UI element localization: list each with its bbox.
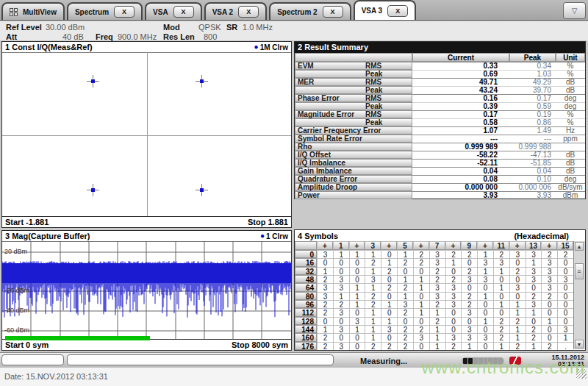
symbol-cell: 3	[461, 333, 477, 341]
symbol-cell: 3	[557, 325, 573, 333]
symbols-row: 1122301021103001100	[295, 308, 573, 316]
symbol-cell: 1	[557, 333, 573, 341]
symbols-row: 03111012322123322	[295, 250, 573, 258]
close-icon[interactable]: X	[173, 6, 194, 18]
symbol-cell: 1	[477, 250, 493, 258]
close-icon[interactable]: X	[238, 6, 259, 18]
symbol-cell: 2	[445, 275, 462, 283]
result-summary-window[interactable]: 2 Result Summary Current Peak Unit EVMRM…	[294, 41, 586, 199]
symbol-cell: 3	[477, 258, 493, 266]
symbol-cell: 1	[526, 342, 542, 350]
symbol-cell: 0	[397, 317, 413, 325]
tab-overflow-button[interactable]: ▽	[563, 2, 586, 19]
symbol-cell: 3	[526, 250, 542, 258]
symbol-cell: 0	[381, 275, 397, 283]
mag-capture-footer: Start 0 sym Stop 8000 sym	[2, 339, 291, 350]
result-row: Gain Imbalance0.040.04dB	[295, 167, 585, 175]
symbols-col-header: 1	[333, 241, 349, 250]
trace-legend-dot-icon: ●	[254, 43, 259, 51]
mag-capture-header[interactable]: 3 Mag(Capture Buffer) ● 1 Clrw	[2, 231, 291, 242]
ref-level-value: 30.00 dBm	[46, 23, 85, 32]
scrollbar-down-icon[interactable]: ▼	[575, 340, 584, 349]
const-iq-window[interactable]: 1 Const I/Q(Meas&Ref) ● 1M Clrw Start -1…	[1, 41, 292, 228]
symbol-cell: 1	[493, 300, 509, 308]
tab-spectrum-2[interactable]: Spectrum 2X	[269, 2, 351, 20]
symbol-cell: 0	[381, 292, 397, 300]
symbol-cell: 1	[349, 283, 365, 291]
symbols-col-header: 5	[397, 241, 413, 250]
close-icon[interactable]: X	[114, 6, 135, 18]
mod-value: QPSK	[198, 23, 221, 32]
symbol-cell: 2	[429, 267, 445, 275]
symbols-window[interactable]: 4 Symbols (Hexadecimal) +1+3+5+7+9+11+13…	[294, 229, 586, 351]
symbols-table: +1+3+5+7+9+11+13+15031110123221233221600…	[295, 241, 573, 350]
symbols-scrollbar[interactable]: ▲ ≡ ▼	[573, 241, 585, 349]
symbol-cell: 2	[429, 317, 445, 325]
symbol-cell: 1	[445, 258, 462, 266]
symbol-cell: 0	[333, 267, 349, 275]
result-row: Peak0.390.59deg	[295, 102, 585, 110]
symbol-cell: 2	[413, 250, 429, 258]
symbol-cell: 0	[349, 342, 365, 350]
symbol-cell: 0	[541, 300, 557, 308]
col-peak: Peak	[509, 53, 556, 62]
mag-capture-window[interactable]: 3 Mag(Capture Buffer) ● 1 Clrw 20 dBm -2…	[1, 230, 292, 351]
symbol-cell: 1	[381, 258, 397, 266]
mag-trace	[2, 241, 291, 341]
symbols-row: 803112010332100220	[295, 292, 573, 300]
const-iq-header[interactable]: 1 Const I/Q(Meas&Ref) ● 1M Clrw	[2, 42, 291, 53]
symbol-cell: 3	[526, 275, 542, 283]
symbol-cell: 2	[381, 342, 397, 350]
result-summary-header[interactable]: 2 Result Summary	[295, 42, 585, 53]
res-len-label: Res Len	[163, 32, 195, 41]
scrollbar-up-icon[interactable]: ▲	[575, 242, 584, 251]
symbol-cell: 0	[557, 308, 573, 316]
symbols-row: 482303011223300333	[295, 275, 573, 283]
symbols-row: 1280031100200122010	[295, 317, 573, 325]
mag-start-label: Start 0 sym	[5, 340, 49, 349]
close-icon[interactable]: X	[323, 6, 343, 18]
symbol-cell: 1	[429, 325, 445, 333]
symbol-cell: 2	[397, 342, 413, 350]
symbol-cell: 1	[526, 258, 542, 266]
measuring-status-text: Measuring...	[360, 357, 407, 365]
tab-label: Spectrum	[75, 8, 109, 16]
symbol-cell: 2	[397, 283, 413, 291]
trace-legend-dot-icon: ●	[260, 232, 265, 240]
symbol-cell: 1	[413, 300, 429, 308]
symbol-cell: 1	[365, 250, 381, 258]
tab-vsa-3[interactable]: VSA 3X	[354, 0, 417, 20]
result-row: Symbol Rate Error------ppm	[295, 135, 585, 143]
symbol-cell: 2	[526, 325, 542, 333]
tab-label: Spectrum 2	[277, 8, 317, 16]
tab-multiview[interactable]: MultiView	[1, 2, 65, 20]
symbol-cell: 1	[365, 333, 381, 341]
symbols-header[interactable]: 4 Symbols (Hexadecimal)	[295, 230, 585, 241]
result-row: Quadrature Error0.080.10deg	[295, 175, 585, 183]
symbol-cell: 3	[333, 342, 349, 350]
symbol-cell: 2	[541, 292, 557, 300]
symbol-cell: 1	[429, 308, 445, 316]
tab-vsa-2[interactable]: VSA 2X	[204, 2, 268, 20]
symbol-cell: 0	[333, 258, 349, 266]
scrollbar-thumb[interactable]: ≡	[575, 263, 584, 279]
close-icon[interactable]: X	[387, 5, 408, 17]
sr-label: SR	[226, 23, 237, 32]
symbols-row: 1441311322103021203	[295, 325, 573, 333]
symbol-cell: 2	[317, 275, 333, 283]
symbol-cell: 0	[557, 300, 573, 308]
tab-spectrum[interactable]: SpectrumX	[67, 2, 143, 20]
symbol-cell: 1	[333, 250, 349, 258]
symbol-cell: 0	[381, 308, 397, 316]
result-row: Phase ErrorRMS0.160.17deg	[295, 94, 585, 102]
freq-value: 900.0 MHz	[118, 32, 157, 41]
tab-vsa[interactable]: VSAX	[145, 2, 202, 20]
symbols-col-header: 9	[461, 241, 477, 250]
symbol-cell: 1	[493, 283, 509, 291]
symbol-cell: 2	[317, 300, 333, 308]
symbol-cell: 2	[493, 333, 509, 341]
tab-bar: MultiViewSpectrumXVSAXVSA 2XSpectrum 2XV…	[0, 0, 588, 21]
symbol-cell: 3	[397, 300, 413, 308]
symbol-cell: 2	[461, 267, 477, 275]
symbol-cell: 1	[349, 250, 365, 258]
